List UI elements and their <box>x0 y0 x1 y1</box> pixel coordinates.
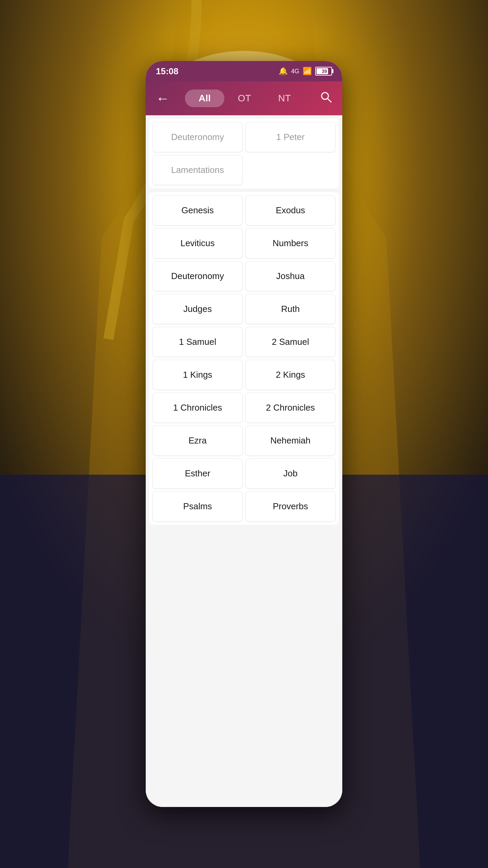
tab-ot[interactable]: OT <box>224 90 265 107</box>
book-name: Deuteronomy <box>171 271 224 281</box>
book-name: Psalms <box>183 501 212 512</box>
tab-group: All OT NT <box>176 90 313 107</box>
book-name: 1 Kings <box>183 370 212 380</box>
book-name: Ruth <box>281 304 300 314</box>
book-name: Judges <box>183 304 212 314</box>
recent-book-grid: Deuteronomy 1 Peter Lamentations <box>152 122 336 185</box>
network-icon: 4G <box>291 68 299 75</box>
book-name: Leviticus <box>180 238 215 249</box>
back-button[interactable]: ← <box>152 87 173 110</box>
list-item[interactable]: Deuteronomy <box>152 261 243 291</box>
tab-all[interactable]: All <box>185 90 224 107</box>
toolbar: ← All OT NT <box>146 81 342 115</box>
book-name: 2 Samuel <box>272 337 309 347</box>
list-item[interactable]: Leviticus <box>152 228 243 258</box>
list-item[interactable]: 1 Chronicles <box>152 393 243 423</box>
ot-book-grid: GenesisExodusLeviticusNumbersDeuteronomy… <box>152 195 336 521</box>
list-item[interactable]: Proverbs <box>245 491 336 521</box>
book-name: Lamentations <box>171 165 224 175</box>
list-item[interactable]: Judges <box>152 294 243 324</box>
list-item[interactable]: 1 Samuel <box>152 327 243 357</box>
list-item[interactable]: Exodus <box>245 195 336 225</box>
book-list-content[interactable]: Deuteronomy 1 Peter Lamentations Genesis… <box>146 115 342 807</box>
book-name: 1 Peter <box>276 132 305 142</box>
book-name: 1 Chronicles <box>173 402 222 413</box>
list-item[interactable]: Ezra <box>152 426 243 456</box>
recent-section: Deuteronomy 1 Peter Lamentations <box>149 119 339 189</box>
book-name: Job <box>283 468 298 479</box>
list-item[interactable]: Esther <box>152 458 243 489</box>
list-item[interactable]: 2 Samuel <box>245 327 336 357</box>
status-bar: 15:08 🔔 4G 📶 39 <box>146 61 342 81</box>
book-name: Nehemiah <box>270 435 311 446</box>
book-name: Proverbs <box>273 501 308 512</box>
status-icons: 🔔 4G 📶 39 <box>279 67 332 76</box>
list-item[interactable]: Psalms <box>152 491 243 521</box>
book-name: 2 Chronicles <box>266 402 315 413</box>
book-name: Esther <box>185 468 210 479</box>
notification-icon: 🔔 <box>279 67 288 76</box>
list-item[interactable]: 2 Chronicles <box>245 393 336 423</box>
book-name: Deuteronomy <box>171 132 224 142</box>
book-name: Numbers <box>272 238 308 249</box>
book-name: Joshua <box>276 271 305 281</box>
ot-books-section: GenesisExodusLeviticusNumbersDeuteronomy… <box>149 192 339 525</box>
book-name: 1 Samuel <box>179 337 216 347</box>
book-name: Ezra <box>188 435 206 446</box>
search-button[interactable] <box>317 87 336 110</box>
list-item[interactable]: 1 Kings <box>152 360 243 390</box>
list-item[interactable]: Nehemiah <box>245 426 336 456</box>
status-time: 15:08 <box>156 66 179 77</box>
list-item[interactable]: 1 Peter <box>245 122 336 152</box>
book-name: Exodus <box>276 205 305 216</box>
list-item[interactable]: Job <box>245 458 336 489</box>
battery-icon: 39 <box>315 67 332 76</box>
phone-frame: 15:08 🔔 4G 📶 39 ← All OT NT <box>146 61 342 807</box>
list-item[interactable]: Lamentations <box>152 155 243 185</box>
list-item[interactable]: 2 Kings <box>245 360 336 390</box>
list-item[interactable]: Numbers <box>245 228 336 258</box>
tab-nt[interactable]: NT <box>265 90 304 107</box>
list-item[interactable]: Deuteronomy <box>152 122 243 152</box>
book-name: Genesis <box>181 205 214 216</box>
list-item[interactable]: Genesis <box>152 195 243 225</box>
book-name: 2 Kings <box>276 370 305 380</box>
svg-line-4 <box>328 99 331 102</box>
list-item[interactable]: Joshua <box>245 261 336 291</box>
list-item[interactable]: Ruth <box>245 294 336 324</box>
signal-icon: 📶 <box>303 67 312 76</box>
